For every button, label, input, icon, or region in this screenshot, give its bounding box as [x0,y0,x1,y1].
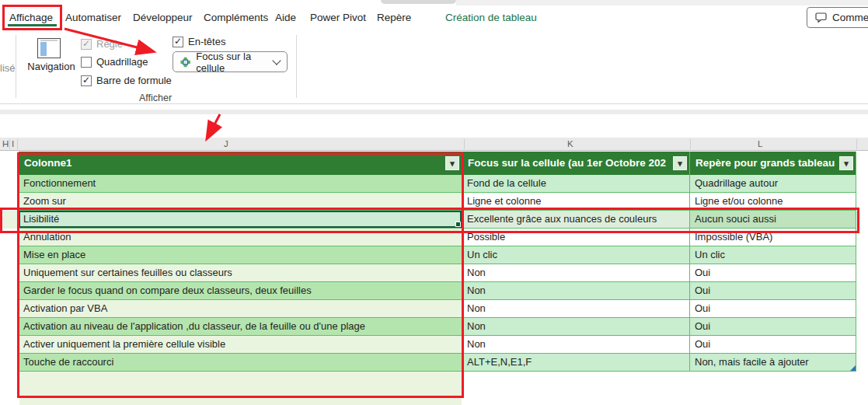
table-row: Fonctionnement Fond de la cellule Quadri… [19,175,856,193]
cell-j5[interactable]: Mise en place [19,246,462,264]
cell-k6[interactable]: Non [462,264,690,282]
table-row: Mise en place Un clic Un clic [19,246,856,264]
cell-k5[interactable]: Un clic [462,246,690,264]
barre-formule-checkbox-box[interactable] [81,75,92,86]
cell-j10[interactable]: Activer uniquement la première cellule v… [19,336,462,354]
titlebar-handle [381,0,456,4]
cell-l8[interactable]: Oui [690,300,856,318]
truncated-ribbon-label: lisé [0,62,16,74]
tab-power-pivot[interactable]: Power Pivot [310,12,366,23]
filter-button-colonne1[interactable] [445,156,459,170]
cell-l3[interactable]: Aucun souci aussi [690,211,856,229]
comment-bubble-icon [815,12,827,23]
cell-k2[interactable]: Ligne et colonne [462,193,690,211]
table-header-row: Colonne1 Focus sur la cellule (au 1er Oc… [19,152,856,175]
navigation-icon[interactable] [37,38,61,58]
checkbox-en-tetes[interactable]: En-têtes [173,36,225,47]
column-header-h[interactable]: H [2,138,9,150]
cell-k7[interactable]: Non [462,282,690,300]
table-row: Touche de raccourci ALT+E,N,E1,F Non, ma… [19,354,856,372]
table-resize-corner[interactable] [850,365,856,371]
cell-j9[interactable]: Activation au niveau de l'application ,d… [19,318,462,336]
cell-j1[interactable]: Fonctionnement [19,175,462,193]
table-row: Uniquement sur certaines feuilles ou cla… [19,264,856,282]
table-row-selected: Lisibilité Excellente grâce aux nuances … [19,211,856,229]
focus-cell-button-label: Focus sur la cellule [196,51,268,74]
cell-j3-selected[interactable]: Lisibilité [19,211,462,229]
column-header-k[interactable]: K [567,138,573,150]
tab-aide[interactable]: Aide [275,12,296,23]
cell-j11[interactable]: Touche de raccourci [19,354,462,372]
tab-repere[interactable]: Repère [377,12,411,23]
cell-l10[interactable]: Oui [690,336,856,354]
cell-l9[interactable]: Oui [690,318,856,336]
checkbox-regle[interactable]: Règle [81,38,123,50]
table-row: Zoom sur Ligne et colonne Ligne et/ou co… [19,193,856,211]
cell-k10[interactable]: Non [462,336,690,354]
checkbox-quadrillage[interactable]: Quadrillage [81,56,148,68]
cell-l1[interactable]: Quadrillage autour [690,175,856,193]
table-row: Activation au niveau de l'application ,d… [19,318,856,336]
cell-j4[interactable]: Annulation [19,229,462,246]
adjacent-row-cell[interactable] [3,211,17,229]
regle-label: Règle [96,38,123,50]
ribbon-separator [16,35,16,98]
cell-l4[interactable]: Impossible (VBA) [690,229,856,246]
column-j-fill-below-table[interactable] [19,372,462,405]
fill-handle[interactable] [455,222,461,227]
cell-l2[interactable]: Ligne et/ou colonne [690,193,856,211]
cell-k11[interactable]: ALT+E,N,E1,F [462,354,690,372]
quadrillage-checkbox-box[interactable] [81,57,92,68]
cell-k3[interactable]: Excellente grâce aux nuances de couleurs [462,211,690,229]
cell-j2[interactable]: Zoom sur [19,193,462,211]
cell-l5[interactable]: Un clic [690,246,856,264]
column-header-l[interactable]: L [758,138,762,150]
active-tab-underline [8,24,57,26]
table-row: Activation par VBA Non Oui [19,300,856,318]
ribbon-separator [296,35,297,98]
cell-l7[interactable]: Oui [690,282,856,300]
column-header-j[interactable]: J [224,138,228,150]
formula-bar-strip [0,110,868,114]
checkbox-barre-de-formule[interactable]: Barre de formule [81,75,172,86]
filter-button-focus[interactable] [673,156,687,170]
focus-cell-icon [180,56,190,68]
ribbon-group-label: Afficher [120,93,190,103]
tab-affichage[interactable]: Affichage [9,12,53,23]
column-header-band: H I J K L [0,138,868,151]
table-row: Annulation Possible Impossible (VBA) [19,229,856,246]
cell-k9[interactable]: Non [462,318,690,336]
chevron-down-icon [272,56,281,65]
cell-j8[interactable]: Activation par VBA [19,300,462,318]
excel-window: Affichage Automatiser Développeur Complé… [0,0,868,405]
table-row: Garder le focus quand on compare deux cl… [19,282,856,300]
header-focus-cellule[interactable]: Focus sur la cellule (au 1er Octobre 202 [462,152,690,175]
tab-developpeur[interactable]: Développeur [133,12,193,23]
en-tetes-label: En-têtes [188,36,225,47]
table-row: Activer uniquement la première cellule v… [19,336,856,354]
column-header-i[interactable]: I [12,138,14,150]
cell-k4[interactable]: Possible [462,229,690,246]
cell-l11[interactable]: Non, mais facile à ajouter [690,354,856,372]
filter-button-repere[interactable] [839,156,853,170]
cell-j7[interactable]: Garder le focus quand on compare deux cl… [19,282,462,300]
comments-button-label: Commentaires [832,12,868,23]
tab-creation-de-tableau[interactable]: Création de tableau [445,12,537,23]
navigation-button[interactable]: Navigation [23,61,79,72]
ribbon-bottom-border [0,103,868,104]
header-repere[interactable]: Repère pour grands tableau [690,152,856,175]
header-colonne1[interactable]: Colonne1 [19,152,462,175]
focus-cell-button[interactable]: Focus sur la cellule [173,51,288,72]
tab-automatiser[interactable]: Automatiser [65,12,121,23]
barre-formule-label: Barre de formule [96,75,172,86]
en-tetes-checkbox-box[interactable] [173,37,183,47]
cell-k8[interactable]: Non [462,300,690,318]
cell-l6[interactable]: Oui [690,264,856,282]
cell-k1[interactable]: Fond de la cellule [462,175,690,193]
tab-complements[interactable]: Compléments [204,12,268,23]
titlebar-strip [456,0,868,5]
comments-button[interactable]: Commentaires [807,7,868,28]
cell-j6[interactable]: Uniquement sur certaines feuilles ou cla… [19,264,462,282]
comparison-table: Colonne1 Focus sur la cellule (au 1er Oc… [19,152,856,372]
regle-checkbox-box[interactable] [81,39,92,50]
